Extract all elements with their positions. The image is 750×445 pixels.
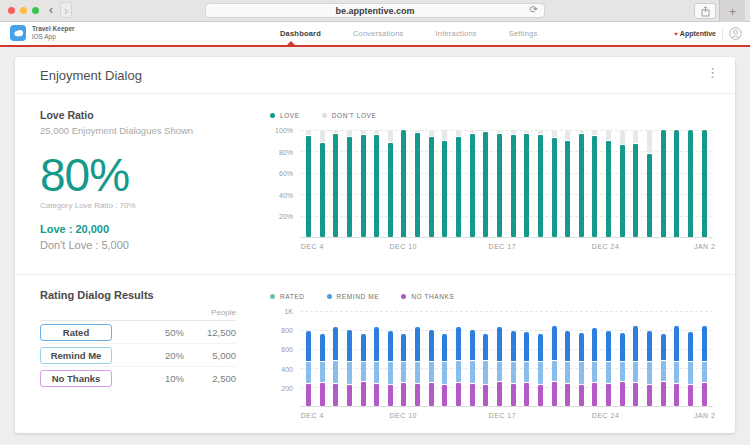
bar-segment (320, 130, 325, 142)
bar-segment (647, 154, 652, 237)
y-tick-label: 40% (279, 191, 293, 198)
active-tab-indicator-line (0, 45, 750, 47)
tab-interactions[interactable]: Interactions (436, 29, 477, 38)
apptentive-logo[interactable]: ♥ Apptentive (674, 30, 716, 37)
bar (702, 311, 707, 406)
bar (429, 311, 434, 406)
bar-segment (579, 130, 584, 133)
bar-segment (538, 362, 543, 384)
bar-segment (647, 130, 652, 153)
bar (579, 311, 584, 406)
bar (661, 311, 666, 406)
share-button[interactable] (694, 3, 716, 19)
bar-segment (606, 384, 611, 406)
bar-segment (333, 327, 338, 360)
legend-item: REMIND ME (327, 293, 380, 300)
bar-segment (388, 130, 393, 142)
bar-segment (688, 130, 693, 237)
bar-segment (497, 362, 502, 382)
app-brand[interactable]: Travel Keeper iOS App (10, 25, 75, 42)
bar-segment (442, 362, 447, 384)
bar-segment (347, 137, 352, 237)
y-tick-label: 100% (275, 127, 293, 134)
bar-segment (470, 361, 475, 383)
bar-segment (442, 130, 447, 140)
bar (688, 311, 693, 406)
bar-segment (497, 382, 502, 406)
bar-segment (456, 361, 461, 382)
legend-dot-icon (327, 294, 332, 299)
user-avatar-icon[interactable] (729, 27, 742, 40)
app-name: Travel Keeper iOS App (32, 25, 75, 42)
love-chart-xaxis: DEC 4DEC 10DEC 17DEC 24JAN 2 (300, 238, 713, 254)
bar-segment (702, 130, 707, 237)
bar (442, 130, 447, 237)
y-tick-label: 1K (284, 308, 293, 315)
refresh-icon[interactable]: ⟳ (530, 4, 538, 15)
tab-settings[interactable]: Settings (509, 29, 538, 38)
address-bar[interactable]: be.apptentive.com ⟳ (205, 3, 545, 18)
bar-segment (524, 134, 529, 237)
bar-segment (333, 361, 338, 382)
bar-segment (374, 130, 379, 134)
bar-segment (470, 134, 475, 237)
bar-segment (702, 362, 707, 382)
table-row: Remind Me 20% 5,000 (40, 344, 236, 367)
bar-segment (333, 384, 338, 406)
bar-segment (702, 326, 707, 360)
bar (456, 311, 461, 406)
bar-segment (429, 362, 434, 382)
zoom-window-button[interactable] (32, 7, 39, 14)
bar-segment (320, 334, 325, 361)
forward-icon[interactable]: › (60, 2, 72, 18)
bar (620, 311, 625, 406)
love-ratio-section: Love Ratio 25,000 Enjoyment Dialogues Sh… (15, 94, 735, 275)
bar-segment (511, 384, 516, 406)
bar-segment (470, 330, 475, 360)
tab-dashboard[interactable]: Dashboard (280, 29, 321, 38)
bar-segment (538, 130, 543, 134)
kebab-menu-icon[interactable]: ⋮ (706, 65, 719, 80)
remind-me-pill-button[interactable]: Remind Me (40, 347, 112, 364)
bar-segment (565, 331, 570, 360)
share-icon (701, 6, 710, 17)
bar-segment (483, 385, 488, 406)
no-thanks-pill-button[interactable]: No Thanks (40, 370, 112, 387)
bar-segment (347, 385, 352, 406)
bar-segment (483, 132, 488, 237)
bar-segment (333, 134, 338, 237)
bar-segment (320, 362, 325, 382)
close-window-button[interactable] (8, 7, 15, 14)
bar (320, 311, 325, 406)
bar-segment (347, 362, 352, 384)
remind-me-people: 5,000 (184, 350, 236, 361)
bar-segment (333, 130, 338, 133)
x-tick-label: DEC 10 (389, 243, 417, 250)
rated-pill-button[interactable]: Rated (40, 324, 112, 341)
bar-segment (633, 383, 638, 406)
bar-segment (361, 135, 366, 237)
bar-segment (702, 383, 707, 406)
bar-segment (456, 327, 461, 360)
bar-segment (456, 383, 461, 406)
back-icon[interactable]: ‹ (46, 2, 56, 18)
x-tick-label: DEC 4 (301, 412, 324, 419)
tab-conversations[interactable]: Conversations (353, 29, 404, 38)
bar (565, 311, 570, 406)
minimize-window-button[interactable] (20, 7, 27, 14)
bar-segment (429, 137, 434, 237)
bar (592, 311, 597, 406)
bar (702, 130, 707, 237)
bar-segment (592, 383, 597, 406)
bar (374, 311, 379, 406)
bar-segment (565, 362, 570, 383)
dont-love-count: Don't Love : 5,000 (40, 239, 258, 251)
bar-segment (674, 130, 679, 237)
main-tabs: Dashboard Conversations Interactions Set… (280, 22, 537, 45)
bar (497, 130, 502, 237)
x-tick-label: JAN 2 (694, 412, 716, 419)
bar-segment (347, 330, 352, 360)
new-tab-button[interactable]: + (719, 0, 745, 22)
bar (565, 130, 570, 237)
rating-chart-yaxis: 1K800600400200 (270, 311, 300, 407)
